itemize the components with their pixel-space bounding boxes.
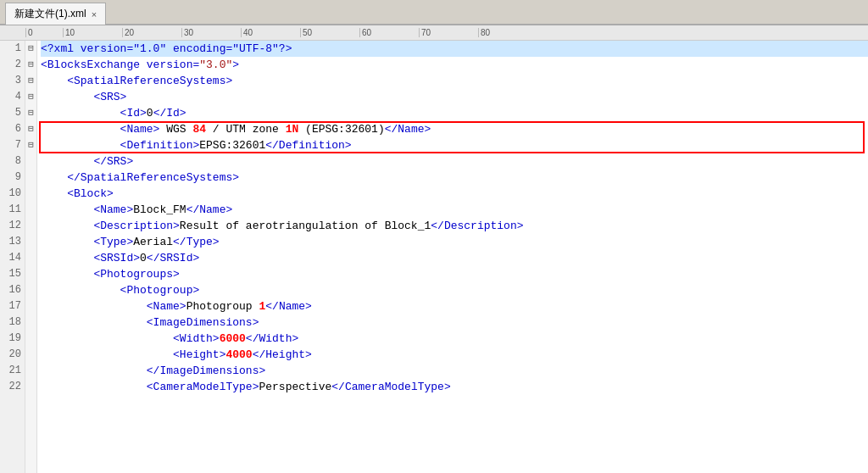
code-segment: <Name> — [41, 202, 133, 218]
code-segment: </SRSId> — [147, 250, 199, 266]
code-segment: Perspective — [259, 379, 331, 395]
line-number: 19 — [3, 331, 21, 347]
code-line: <?xml version="1.0" encoding="UTF-8"?> — [41, 41, 868, 57]
line-numbers-column: 12345678910111213141516171819202122 — [0, 41, 25, 473]
code-segment: <SRS> — [41, 89, 126, 105]
code-segment: <ImageDimensions> — [41, 314, 259, 331]
code-segment: Result of aerotriangulation of Block_1 — [180, 218, 431, 234]
code-segment: <Definition> — [41, 137, 199, 153]
code-segment: <Name> — [41, 298, 186, 314]
code-segment: </Name> — [385, 121, 431, 137]
code-line: <SpatialReferenceSystems> — [41, 73, 868, 89]
ruler: 0 10 20 30 40 50 60 70 80 — [0, 25, 868, 41]
line-number: 5 — [3, 105, 21, 121]
code-segment: 1 — [259, 298, 265, 314]
code-line: <Height>4000</Height> — [41, 347, 868, 363]
fold-indicator[interactable]: ⊟ — [25, 137, 36, 153]
code-line: <Name>Photogroup 1</Name> — [41, 298, 868, 314]
code-line: <SRS> — [41, 89, 868, 105]
code-line: <Block> — [41, 186, 868, 202]
line-number: 11 — [3, 202, 21, 218]
code-area[interactable]: <?xml version="1.0" encoding="UTF-8"?><B… — [37, 41, 868, 473]
code-segment: / UTM zone — [206, 121, 286, 137]
line-number: 4 — [3, 89, 21, 105]
tab-label: 新建文件(1).xml — [14, 7, 86, 21]
line-number: 6 — [3, 121, 21, 137]
code-segment: Aerial — [133, 234, 173, 250]
code-segment: 6000 — [220, 331, 246, 347]
code-segment: Block_FM — [133, 202, 186, 218]
line-number: 13 — [3, 234, 21, 250]
code-segment: (EPSG:32601) — [298, 121, 384, 137]
code-segment: 0 — [140, 250, 147, 266]
code-segment: </Id> — [153, 105, 186, 121]
code-line: <Definition>EPSG:32601</Definition> — [41, 137, 868, 153]
code-segment: </ImageDimensions> — [41, 363, 265, 379]
editor: 12345678910111213141516171819202122 ⊟⊟⊟⊟… — [0, 41, 868, 473]
fold-indicator[interactable]: ⊟ — [25, 105, 36, 121]
code-line: </SRS> — [41, 153, 868, 170]
fold-indicator[interactable]: ⊟ — [25, 41, 36, 57]
line-number: 7 — [3, 137, 21, 153]
code-line: <Name> WGS 84 / UTM zone 1N (EPSG:32601)… — [41, 121, 868, 137]
code-segment: "3.0" — [199, 57, 232, 73]
code-line: <Photogroups> — [41, 266, 868, 282]
fold-indicator[interactable]: ⊟ — [25, 57, 36, 73]
fold-indicator[interactable]: ⊟ — [25, 89, 36, 105]
code-segment: <Height> — [41, 347, 225, 363]
code-line: <SRSId>0</SRSId> — [41, 250, 868, 266]
line-number: 10 — [3, 186, 21, 202]
code-segment: </Type> — [173, 234, 220, 250]
line-number: 2 — [3, 57, 21, 73]
code-line: </SpatialReferenceSystems> — [41, 170, 868, 186]
code-segment: 0 — [147, 105, 153, 121]
code-line: <Description>Result of aerotriangulation… — [41, 218, 868, 234]
line-number: 1 — [3, 41, 21, 57]
code-segment: <Photogroup> — [41, 282, 199, 298]
code-line: <CameraModelType>Perspective</CameraMode… — [41, 379, 868, 395]
code-segment: </SRS> — [41, 153, 133, 170]
fold-indicator[interactable]: ⊟ — [25, 121, 36, 137]
line-number: 16 — [3, 282, 21, 298]
code-segment: 84 — [192, 121, 206, 137]
code-segment: <Photogroups> — [41, 266, 180, 282]
code-segment: </Definition> — [265, 137, 351, 153]
code-segment: <Width> — [41, 331, 220, 347]
code-segment: </Height> — [253, 347, 312, 363]
fold-indicator[interactable]: ⊟ — [25, 73, 36, 89]
code-segment: EPSG:32601 — [199, 137, 265, 153]
line-number: 20 — [3, 347, 21, 363]
code-line: <Type>Aerial</Type> — [41, 234, 868, 250]
code-segment: <BlocksExchange version= — [41, 57, 199, 73]
code-line: <Id>0</Id> — [41, 105, 868, 121]
line-number: 15 — [3, 266, 21, 282]
code-segment: <Name> — [41, 121, 159, 137]
code-segment: <?xml version="1.0" encoding="UTF-8"?> — [41, 41, 292, 57]
code-segment: </SpatialReferenceSystems> — [41, 170, 239, 186]
code-segment: </Name> — [186, 202, 233, 218]
file-tab[interactable]: 新建文件(1).xml × — [5, 3, 106, 25]
code-segment: </Name> — [265, 298, 312, 314]
tab-bar: 新建文件(1).xml × — [0, 0, 868, 25]
code-segment: <Description> — [41, 218, 180, 234]
line-number: 21 — [3, 363, 21, 379]
code-segment: </Description> — [431, 218, 523, 234]
line-number: 14 — [3, 250, 21, 266]
code-segment: 4000 — [225, 347, 252, 363]
code-segment: <Type> — [41, 234, 133, 250]
code-line: <ImageDimensions> — [41, 314, 868, 331]
code-segment: <SRSId> — [41, 250, 140, 266]
line-number: 12 — [3, 218, 21, 234]
code-segment: </Width> — [246, 331, 298, 347]
code-line: <BlocksExchange version="3.0"> — [41, 57, 868, 73]
line-number: 9 — [3, 170, 21, 186]
code-segment: <CameraModelType> — [41, 379, 259, 395]
code-line: <Photogroup> — [41, 282, 868, 298]
line-number: 17 — [3, 298, 21, 314]
code-segment: <SpatialReferenceSystems> — [41, 73, 232, 89]
line-number: 22 — [3, 379, 21, 395]
tab-close-icon[interactable]: × — [92, 9, 97, 19]
fold-column: ⊟⊟⊟⊟⊟⊟⊟ — [25, 41, 37, 473]
line-number: 18 — [3, 314, 21, 331]
code-segment: Photogroup — [186, 298, 259, 314]
